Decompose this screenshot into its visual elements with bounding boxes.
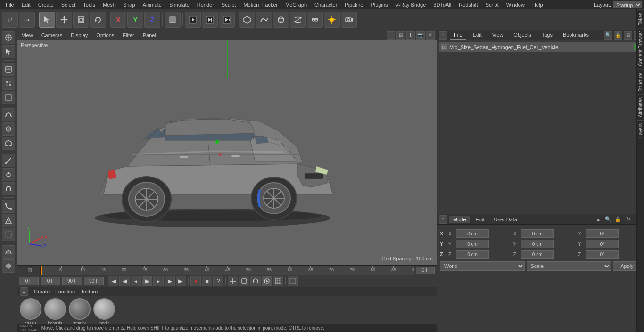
- prev-frame-button[interactable]: ◀: [119, 276, 130, 286]
- tool-sculpt-3[interactable]: [2, 137, 15, 150]
- menu-create[interactable]: Create: [34, 1, 58, 8]
- obj-tab-objects[interactable]: Objects: [510, 31, 535, 40]
- obj-search-icon[interactable]: 🔍: [604, 31, 612, 40]
- tool-checker[interactable]: [2, 77, 15, 90]
- camera-tool-button[interactable]: [341, 12, 357, 28]
- spline-tool-button[interactable]: [256, 12, 272, 28]
- menu-pipeline[interactable]: Pipeline: [341, 1, 367, 8]
- viewport-menu-options[interactable]: Options: [93, 32, 117, 39]
- render-preview-button[interactable]: [185, 12, 201, 28]
- help-button[interactable]: ?: [213, 276, 223, 286]
- tool-knife[interactable]: [2, 154, 15, 167]
- tool-soft-select[interactable]: [2, 245, 15, 259]
- table-row[interactable]: L0 Mid_Size_Sedan_Hydrogen_Fuel_Cell_Veh…: [439, 42, 642, 52]
- attr-tab-mode[interactable]: Mode: [449, 216, 470, 223]
- material-body[interactable]: body: [93, 298, 115, 325]
- select-tool-button[interactable]: [39, 12, 55, 28]
- vp-icon-close[interactable]: ✕: [426, 31, 435, 40]
- tool-smart-fill[interactable]: [2, 214, 15, 227]
- menu-mesh[interactable]: Mesh: [99, 1, 119, 8]
- menu-redshift[interactable]: Redshift: [455, 1, 481, 8]
- scale-dropdown[interactable]: Scale: [527, 261, 611, 271]
- mat-menu-function[interactable]: Function: [55, 289, 75, 294]
- obj-tab-tags[interactable]: Tags: [538, 31, 556, 40]
- render-settings-button[interactable]: [219, 12, 235, 28]
- menu-script[interactable]: Script: [482, 1, 503, 8]
- coord-y-pos-input[interactable]: [456, 240, 489, 248]
- side-tab-structure[interactable]: Structure: [637, 69, 644, 95]
- min-frame-input[interactable]: [41, 277, 60, 285]
- attr-refresh-icon[interactable]: ↻: [624, 215, 632, 224]
- menu-tools[interactable]: Tools: [79, 1, 99, 8]
- tool-polygon[interactable]: [2, 228, 15, 241]
- timeline-play-range-button[interactable]: [262, 276, 272, 286]
- render-picture-button[interactable]: [202, 12, 218, 28]
- obj-toolbar-icon-1[interactable]: ≡: [439, 31, 447, 40]
- material-interior[interactable]: interior: [69, 298, 91, 325]
- next-key-button[interactable]: ▸: [153, 276, 164, 286]
- x-axis-button[interactable]: X: [110, 12, 126, 28]
- obj-tab-bookmarks[interactable]: Bookmarks: [559, 31, 593, 40]
- vp-icon-info[interactable]: ℹ: [406, 31, 415, 40]
- coord-z-size-input[interactable]: [521, 250, 554, 259]
- attr-search-icon[interactable]: 🔍: [604, 215, 612, 224]
- side-tab-attributes[interactable]: Attributes: [637, 94, 644, 120]
- coord-x-rot-input[interactable]: [586, 229, 619, 238]
- tool-arrow[interactable]: [2, 45, 15, 58]
- start-frame-input[interactable]: [19, 277, 39, 285]
- timeline-loop-button[interactable]: [250, 276, 261, 286]
- coord-x-pos-input[interactable]: [456, 229, 489, 238]
- undo-button[interactable]: ↩: [2, 12, 18, 28]
- layout-select[interactable]: Startup: [613, 1, 642, 8]
- record-button[interactable]: ●: [190, 276, 201, 286]
- obj-tab-file[interactable]: File: [450, 31, 466, 40]
- vp-icon-dots[interactable]: ⋯: [387, 31, 395, 40]
- side-tab-layers[interactable]: Layers: [637, 120, 644, 140]
- tool-brush[interactable]: [2, 168, 15, 181]
- mat-header-icon[interactable]: ≡: [20, 287, 28, 296]
- tool-sculpt-2[interactable]: [2, 122, 15, 136]
- viewport-menu-cameras[interactable]: Cameras: [39, 32, 66, 39]
- 3d-viewport[interactable]: Perspective: [17, 40, 437, 265]
- menu-vray[interactable]: V-Ray Bridge: [392, 1, 430, 8]
- tool-sculpt-1[interactable]: [2, 108, 15, 121]
- prev-key-button[interactable]: ◂: [131, 276, 141, 286]
- menu-character[interactable]: Character: [311, 1, 341, 8]
- goto-end-button[interactable]: ▶|: [176, 276, 186, 286]
- timeline-autokey-button[interactable]: [288, 276, 298, 286]
- object-mode-button[interactable]: [165, 12, 181, 28]
- attr-tab-userdata[interactable]: User Data: [490, 216, 521, 223]
- side-tab-takes[interactable]: Takes: [637, 9, 644, 28]
- world-dropdown[interactable]: World: [440, 261, 525, 271]
- obj-lock-icon[interactable]: 🔒: [614, 31, 622, 40]
- scale-tool-button[interactable]: [73, 12, 89, 28]
- menu-snap[interactable]: Snap: [119, 1, 139, 8]
- menu-window[interactable]: Window: [503, 1, 528, 8]
- coord-y-size-input[interactable]: [521, 240, 554, 248]
- obj-expand-icon[interactable]: ⊞: [624, 31, 632, 40]
- timeline-ruler[interactable]: 051015202530354045505560657075808590: [41, 266, 414, 275]
- timeline-key-button[interactable]: [239, 276, 249, 286]
- menu-3dtoall[interactable]: 3DToAll: [429, 1, 455, 8]
- attr-tab-edit[interactable]: Edit: [472, 216, 488, 223]
- tool-spline-edit[interactable]: [2, 200, 15, 213]
- attr-toolbar-icon[interactable]: ≡: [439, 215, 447, 224]
- attr-lock-icon[interactable]: 🔒: [614, 215, 622, 224]
- vp-icon-camera[interactable]: 📷: [416, 31, 425, 40]
- menu-help[interactable]: Help: [528, 1, 547, 8]
- coord-z-rot-input[interactable]: [586, 250, 619, 259]
- light-tool-button[interactable]: [324, 12, 340, 28]
- nurbs-tool-button[interactable]: [273, 12, 289, 28]
- redo-button[interactable]: ↪: [19, 12, 35, 28]
- effector-tool-button[interactable]: [307, 12, 323, 28]
- obj-tab-view[interactable]: View: [488, 31, 507, 40]
- move-tool-button[interactable]: [56, 12, 72, 28]
- timeline-grid-button[interactable]: [273, 276, 283, 286]
- rotate-tool-button[interactable]: [90, 12, 106, 28]
- timeline-move-button[interactable]: [228, 276, 238, 286]
- menu-file[interactable]: File: [2, 1, 18, 8]
- viewport-menu-view[interactable]: View: [19, 32, 36, 39]
- menu-select[interactable]: Select: [58, 1, 80, 8]
- tool-live-select[interactable]: [2, 31, 15, 44]
- coord-y-rot-input[interactable]: [586, 240, 619, 248]
